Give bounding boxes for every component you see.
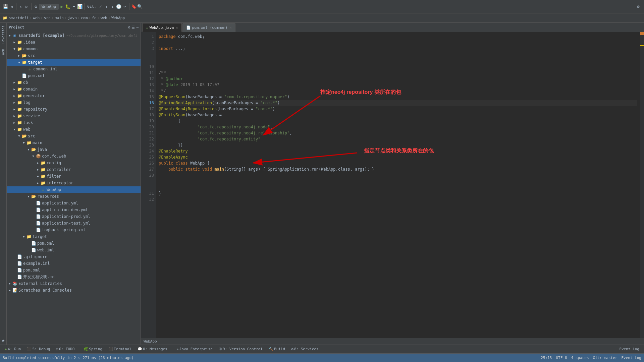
build-status[interactable]: Build completed successfully in 2 s 271 … [3, 356, 134, 360]
tree-config[interactable]: ▶ 📁 config [7, 160, 141, 166]
tree-generator[interactable]: ▶ 📁 generator [7, 93, 141, 99]
breadcrumb-smartdefi[interactable]: smartdefi [9, 16, 29, 20]
bookmark-icon[interactable]: 🔖 [131, 4, 137, 10]
tree-ext-libs[interactable]: ▶ 📚 External Libraries [7, 280, 141, 287]
tree-readme[interactable]: 📄 开发文档说明.md [7, 274, 141, 280]
event-log-tool[interactable]: Event Log [616, 346, 642, 353]
tree-common[interactable]: ▼ 📁 common [7, 46, 141, 52]
tree-app-prod-yml[interactable]: 📄 application-prod.yml [7, 213, 141, 220]
settings-icon[interactable]: ⚙ [635, 4, 641, 10]
tree-app-dev-yml[interactable]: 📄 application-dev.yml [7, 206, 141, 213]
tree-root-pom[interactable]: 📄 pom.xml [7, 267, 141, 274]
spring-tool[interactable]: 🌿 Spring [81, 346, 105, 353]
terminal-tool[interactable]: ⬛ Terminal [106, 346, 134, 353]
breadcrumb-src[interactable]: src [44, 16, 51, 20]
tree-web-main[interactable]: ▼ 📁 main [7, 139, 141, 146]
tree-service[interactable]: ▶ 📁 service [7, 113, 141, 119]
git-pull-icon[interactable]: ↓ [110, 4, 116, 10]
tree-filter[interactable]: ▶ 📁 filter [7, 173, 141, 180]
tab-pom-xml[interactable]: 📄 pom.xml (common) ✕ [182, 23, 235, 32]
profiler-button[interactable]: 📊 [77, 4, 83, 10]
encoding-status[interactable]: UTF-8 [556, 356, 567, 360]
indent-status[interactable]: 4 spaces [571, 356, 589, 360]
code-editor[interactable]: package com.fc.web; import ...; /** * @a… [156, 32, 640, 338]
git-commit-icon[interactable]: ✓ [98, 4, 104, 10]
tree-app-test-yml[interactable]: 📄 application-test.yml [7, 220, 141, 227]
build-tool[interactable]: 🔨 Build [266, 346, 288, 353]
favorites-label[interactable]: Favorites [1, 23, 6, 46]
sidebar-layout-icon[interactable]: ☰ [131, 25, 135, 29]
tree-common-src[interactable]: ▶ 📂 src [7, 52, 141, 59]
breadcrumb-main[interactable]: main [55, 16, 64, 20]
editor-content[interactable]: 1 2 3 10 11 12 13 14 15 16 17 18 19 20 2… [141, 32, 644, 338]
tree-task[interactable]: ▶ 📁 task [7, 119, 141, 126]
breadcrumb-web[interactable]: web [33, 16, 40, 20]
cursor-position[interactable]: 25:13 [541, 356, 552, 360]
messages-tool[interactable]: 💬 0: Messages [135, 346, 170, 353]
save-icon[interactable]: 💾 [3, 4, 9, 10]
forward-icon[interactable]: ▷ [24, 4, 30, 10]
tree-interceptor[interactable]: ▶ 📁 interceptor [7, 180, 141, 186]
java-enterprise-tool[interactable]: ☕ Java Enterprise [174, 346, 215, 353]
run-config-label[interactable]: WebApp [39, 4, 59, 10]
run-tool[interactable]: ▶ 4: Run [2, 346, 23, 353]
tree-repository[interactable]: ▶ 📁 repository [7, 106, 141, 113]
tree-idea[interactable]: ▶ 📁 .idea [7, 39, 141, 46]
tree-package[interactable]: ▼ 📦 com.fc.web [7, 153, 141, 160]
tree-web-java[interactable]: ▼ 📂 java [7, 146, 141, 153]
tab-close-webapp[interactable]: ✕ [176, 26, 178, 29]
sidebar-minimize-icon[interactable]: — [136, 25, 139, 29]
arrow-service: ▶ [12, 114, 17, 118]
web-label[interactable]: Web [1, 46, 6, 58]
breadcrumb-webapp[interactable]: WebApp [111, 16, 125, 20]
sidebar-settings-icon[interactable]: ⚙ [128, 25, 130, 29]
breadcrumb-sep-7: › [97, 16, 100, 20]
tree-webapp-java[interactable]: ☕ WebApp [7, 186, 141, 193]
sync-icon[interactable]: ↻ [9, 4, 15, 10]
search-everywhere-icon[interactable]: 🔍 [137, 4, 143, 10]
tree-db[interactable]: ▶ 📁 db [7, 79, 141, 86]
tab-close-pom[interactable]: ✕ [229, 26, 231, 29]
star-icon[interactable]: ★ [0, 336, 6, 345]
coverage-button[interactable]: ☂ [71, 4, 77, 10]
db-label: db [23, 80, 28, 85]
services-tool[interactable]: ⚙ 8: Services [288, 346, 321, 353]
tree-scratches[interactable]: ▶ 📝 Scratches and Consoles [7, 287, 141, 294]
run-config-icon[interactable]: ⚙ [33, 4, 39, 10]
tree-domain[interactable]: ▶ 📁 domain [7, 86, 141, 93]
event-log-status[interactable]: Event Log [621, 356, 641, 360]
tree-web-iml[interactable]: 📄 web.iml [7, 247, 141, 253]
tree-logback[interactable]: 📄 logback-spring.xml [7, 227, 141, 233]
git-label: Git: [87, 4, 96, 9]
back-icon[interactable]: ◁ [18, 4, 24, 10]
tree-web-src[interactable]: ▼ 📂 src [7, 133, 141, 139]
tree-gitignore[interactable]: 📄 .gitignore [7, 253, 141, 260]
version-control-tool[interactable]: ⑨ 9: Version Control [216, 346, 265, 353]
git-push-icon[interactable]: ↑ [104, 4, 110, 10]
tree-web-target[interactable]: ▼ 📁 target [7, 233, 141, 240]
tree-controller[interactable]: ▶ 📁 controller [7, 166, 141, 173]
breadcrumb-fc[interactable]: fc [92, 16, 96, 20]
todo-tool[interactable]: ☑ 6: TODO [53, 346, 77, 353]
tree-common-pom[interactable]: 📄 pom.xml [7, 72, 141, 79]
git-branch-status[interactable]: Git: master [593, 356, 618, 360]
breadcrumb-sep-3: › [52, 16, 54, 20]
tree-resources[interactable]: ▼ 📂 resources [7, 193, 141, 200]
debug-tool[interactable]: ⬛ 5: Debug [24, 346, 53, 353]
git-history-icon[interactable]: 🕐 [116, 4, 122, 10]
tree-root[interactable]: ▼ ▣ smartdefi [example] ~/Documents/gitr… [7, 32, 141, 39]
debug-button[interactable]: 🐛 [65, 4, 71, 10]
breadcrumb-com[interactable]: com [81, 16, 88, 20]
tree-log[interactable]: ▶ 📁 log [7, 99, 141, 106]
breadcrumb-webpkg[interactable]: web [101, 16, 107, 20]
breadcrumb-java[interactable]: java [68, 16, 77, 20]
run-button[interactable]: ▶ [59, 4, 65, 10]
tree-common-target[interactable]: ▼ 📁 target [7, 59, 141, 66]
git-rollback-icon[interactable]: ↩ [122, 4, 128, 10]
tree-web[interactable]: ▼ 📁 web [7, 126, 141, 133]
tree-common-iml[interactable]: ☕ common.iml [7, 66, 141, 72]
tab-webapp-java[interactable]: ☕ WebApp.java ✕ [142, 23, 182, 32]
tree-app-yml[interactable]: 📄 application.yml [7, 200, 141, 206]
tree-web-pom[interactable]: 📄 pom.xml [7, 240, 141, 247]
tree-example-iml[interactable]: 📄 example.iml [7, 260, 141, 267]
